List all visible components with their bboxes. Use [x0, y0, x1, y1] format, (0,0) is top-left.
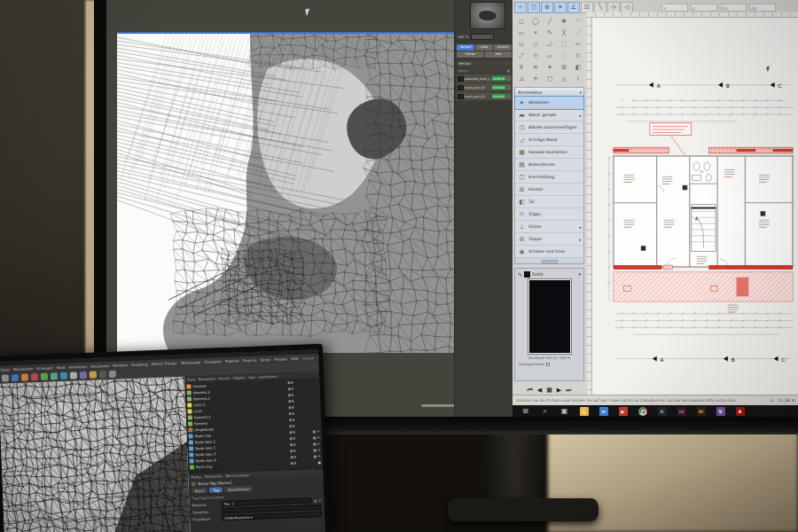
info-field[interactable]: Δy: — [749, 4, 776, 12]
visibility-dot[interactable] — [288, 387, 291, 390]
visibility-dot[interactable] — [292, 400, 294, 403]
snap-button-1[interactable]: ◫ — [528, 2, 540, 13]
menu-erzeugen[interactable]: Erzeugen — [36, 365, 53, 371]
tool-button-8[interactable]: ╳ — [557, 27, 571, 39]
nav-button-4[interactable]: ⏭ — [566, 387, 571, 394]
taskbar-icon-mail[interactable]: ✉ — [598, 406, 609, 416]
toolbar-button-8[interactable] — [80, 372, 87, 379]
visibility-dot[interactable] — [291, 387, 293, 390]
visibility-dot[interactable] — [292, 419, 294, 421]
visibility-dot[interactable] — [288, 400, 291, 403]
visibility-toggles[interactable] — [291, 456, 296, 458]
layer-menu-button[interactable]: ≡ — [506, 76, 511, 81]
panel-tab-extras[interactable]: Extras — [457, 51, 484, 58]
tool-button-14[interactable]: ✂ — [571, 39, 585, 51]
menu-pipeline[interactable]: Pipeline — [225, 358, 239, 364]
tool-button-24[interactable]: ◧ — [571, 62, 585, 74]
tool-button-3[interactable]: ✚ — [557, 16, 571, 27]
taskbar-icon-vectorworks[interactable]: V — [715, 406, 726, 416]
fill-style-dropdown[interactable]: ▾ — [578, 271, 581, 277]
taskbar-icon-chrome[interactable] — [637, 406, 648, 416]
tag-icon[interactable]: ▦ — [312, 429, 316, 434]
tool-fenster[interactable]: ⊞Fenster — [515, 184, 583, 196]
tool-button-19[interactable]: ⊓ — [571, 51, 585, 62]
snap-button-3[interactable]: ✕ — [554, 2, 567, 13]
om-menu-lesezeichen[interactable]: Lesezeichen — [258, 374, 278, 379]
toolbar-button-10[interactable] — [99, 371, 106, 378]
visibility-dot[interactable] — [289, 419, 292, 421]
tool-button-18[interactable]: ◌ — [557, 51, 571, 62]
nav-button-2[interactable]: ▦ — [546, 387, 552, 394]
layer-row[interactable]: mesh_part_0200:00:00≡ — [457, 83, 512, 91]
menu-charakter[interactable]: Charakter — [204, 359, 222, 364]
tag-icon[interactable]: ▦ — [313, 454, 317, 458]
tag-icon[interactable]: ✕ — [317, 429, 320, 434]
snap-button-0[interactable]: ⌗ — [514, 2, 527, 13]
tool-button-13[interactable]: ⬚ — [557, 39, 571, 51]
menu-animieren[interactable]: Animieren — [68, 364, 87, 369]
viewport[interactable] — [0, 377, 191, 532]
tool-button-27[interactable]: ▢ — [543, 74, 557, 85]
tag-icon[interactable]: ✕ — [317, 435, 320, 440]
am-menu-benutzerdaten[interactable]: Benutzerdaten — [226, 473, 250, 477]
snap-button-4[interactable]: ∠ — [567, 2, 580, 13]
om-menu-objekte[interactable]: Objekte — [233, 376, 246, 380]
tool-wand-gerade[interactable]: ▬Wand, gerade▸ — [515, 109, 583, 121]
taskbar-icon-app-dark-3[interactable]: Ai — [695, 406, 707, 416]
taskbar-icon-media-app[interactable]: ▶ — [617, 406, 629, 416]
tool-button-20[interactable]: ↯ — [514, 62, 528, 74]
visibility-dot[interactable] — [291, 456, 293, 458]
menu-plug-ins[interactable]: Plug-ins — [242, 357, 256, 363]
tool-button-16[interactable]: ⟐ — [528, 51, 543, 62]
menu-rendern[interactable]: Rendern — [113, 363, 128, 368]
drop-shadow-checkbox[interactable] — [546, 363, 550, 366]
layout-switcher[interactable]: LayoutStart — [302, 354, 319, 361]
om-menu-bearbeiten[interactable]: Bearbeiten — [199, 377, 216, 381]
menu-datei[interactable]: Datei — [0, 367, 10, 372]
visibility-toggles[interactable] — [289, 412, 294, 415]
taskbar-icon-app-dark-2[interactable]: Id — [676, 406, 687, 416]
om-menu-tags[interactable]: Tags — [248, 375, 255, 379]
tool-tür[interactable]: ◧Tür — [515, 196, 583, 208]
toolbar-button-11[interactable] — [109, 371, 116, 378]
visibility-dot[interactable] — [289, 412, 292, 415]
toolbar-button-0[interactable] — [2, 374, 9, 381]
attr-tab-koordinaten[interactable]: Koordinaten — [224, 486, 253, 492]
visibility-dot[interactable] — [291, 394, 293, 396]
tool-button-4[interactable]: ◠ — [571, 16, 585, 27]
tool-button-1[interactable]: ◯ — [528, 16, 543, 27]
visibility-dot[interactable] — [291, 381, 293, 384]
tool-button-29[interactable]: ⌇ — [571, 74, 585, 85]
zoom-input[interactable] — [471, 34, 494, 40]
menu-modi[interactable]: Modi — [57, 364, 66, 369]
toolbar-button-5[interactable] — [51, 372, 58, 379]
toolbar-button-3[interactable] — [31, 373, 38, 380]
om-menu-datei[interactable]: Datei — [187, 378, 196, 381]
am-menu-bearbeiten[interactable]: Bearbeiten — [205, 474, 223, 479]
taskbar-icon-start[interactable]: ⊞ — [520, 406, 531, 416]
visibility-toggles[interactable] — [287, 381, 293, 384]
layer-menu-button[interactable]: ≡ — [506, 85, 511, 90]
info-field[interactable]: Δx: — [720, 4, 747, 12]
layer-row[interactable]: mesh_part_0300:00:00≡ — [457, 92, 512, 100]
tool-button-12[interactable]: ⤾ — [543, 39, 557, 51]
menu-skript[interactable]: Skript — [260, 356, 270, 361]
taskbar-icon-acrobat[interactable]: A — [734, 406, 746, 416]
tool-button-2[interactable]: ╱ — [543, 16, 557, 27]
om-menu-ansicht[interactable]: Ansicht — [218, 376, 230, 380]
menu-bearbeiten[interactable]: Bearbeiten — [13, 366, 33, 372]
visibility-dot[interactable] — [288, 406, 291, 409]
mesh-canvas[interactable] — [117, 32, 454, 353]
tool-schalter-und-dose[interactable]: ◉Schalter und Dose — [515, 246, 583, 258]
tool-button-6[interactable]: ⌖ — [528, 27, 543, 39]
tool-fassade-bearbeiten[interactable]: ▦Fassade bearbeiten — [515, 146, 583, 159]
tool-button-21[interactable]: ≋ — [528, 62, 543, 74]
visibility-dot[interactable] — [293, 437, 295, 440]
tool-button-0[interactable]: ◻ — [514, 16, 528, 27]
tool-stütze[interactable]: ⊥Stütze▸ — [515, 221, 583, 233]
panel-tab-liste[interactable]: Liste — [475, 44, 493, 51]
attr-tab-tag[interactable]: Tag — [209, 487, 223, 493]
menu-werkzeuge[interactable]: Werkzeuge — [181, 360, 200, 365]
visibility-toggles[interactable] — [288, 387, 293, 390]
attr-field-icons[interactable]: ◐ ✕ — [314, 497, 321, 502]
